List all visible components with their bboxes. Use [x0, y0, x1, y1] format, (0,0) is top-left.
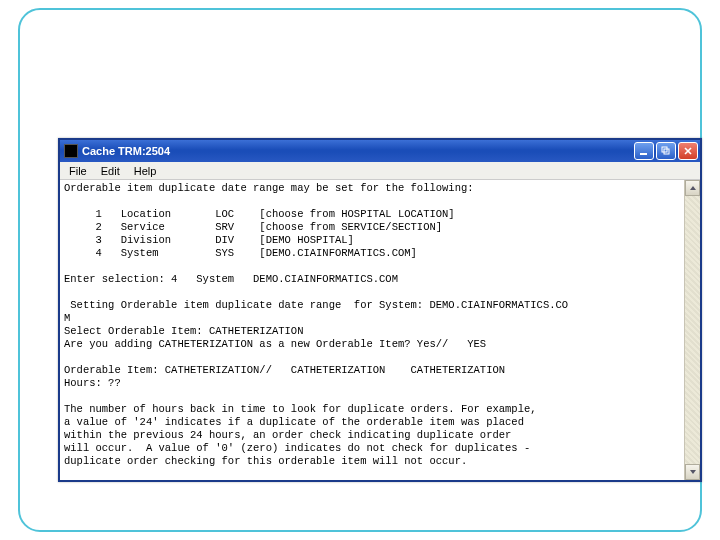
- menu-help[interactable]: Help: [127, 164, 164, 178]
- close-button[interactable]: [678, 142, 698, 160]
- scroll-up-button[interactable]: [685, 180, 700, 196]
- term-line: will occur. A value of '0' (zero) indica…: [64, 442, 530, 454]
- term-line: 4 System SYS [DEMO.CIAINFORMATICS.COM]: [64, 247, 417, 259]
- term-line: Enter selection: 4 System DEMO.CIAINFORM…: [64, 273, 398, 285]
- terminal-window: Cache TRM:2504 File Edit Help Orderable …: [58, 138, 702, 482]
- term-line: within the previous 24 hours, an order c…: [64, 429, 511, 441]
- menu-edit[interactable]: Edit: [94, 164, 127, 178]
- chevron-down-icon: [689, 468, 697, 476]
- window-buttons: [634, 142, 698, 160]
- titlebar: Cache TRM:2504: [60, 140, 700, 162]
- title-left: Cache TRM:2504: [64, 144, 170, 158]
- maximize-button[interactable]: [656, 142, 676, 160]
- chevron-up-icon: [689, 184, 697, 192]
- svg-marker-6: [690, 470, 696, 474]
- scroll-down-button[interactable]: [685, 464, 700, 480]
- term-line: a value of '24' indicates if a duplicate…: [64, 416, 524, 428]
- scroll-track[interactable]: [685, 196, 700, 464]
- term-line: Are you adding CATHETERIZATION as a new …: [64, 338, 486, 350]
- term-line: Orderable item duplicate date range may …: [64, 182, 474, 194]
- minimize-icon: [639, 146, 649, 156]
- menu-file[interactable]: File: [62, 164, 94, 178]
- term-line: Setting Orderable item duplicate date ra…: [64, 299, 568, 311]
- window-title: Cache TRM:2504: [82, 145, 170, 157]
- terminal-output[interactable]: Orderable item duplicate date range may …: [60, 180, 684, 480]
- term-line: 3 Division DIV [DEMO HOSPITAL]: [64, 234, 354, 246]
- term-line: 1 Location LOC [choose from HOSPITAL LOC…: [64, 208, 455, 220]
- close-icon: [683, 146, 693, 156]
- minimize-button[interactable]: [634, 142, 654, 160]
- maximize-icon: [661, 146, 671, 156]
- slide-frame: Cache TRM:2504 File Edit Help Orderable …: [18, 8, 702, 532]
- svg-marker-5: [690, 186, 696, 190]
- term-line: Orderable Item: CATHETERIZATION// CATHET…: [64, 364, 505, 376]
- term-line: Select Orderable Item: CATHETERIZATION: [64, 325, 303, 337]
- client-area: Orderable item duplicate date range may …: [60, 180, 700, 480]
- term-line: M: [64, 312, 70, 324]
- term-line: The number of hours back in time to look…: [64, 403, 537, 415]
- vertical-scrollbar[interactable]: [684, 180, 700, 480]
- menubar: File Edit Help: [60, 162, 700, 180]
- term-line: 2 Service SRV [choose from SERVICE/SECTI…: [64, 221, 442, 233]
- svg-rect-0: [640, 153, 647, 155]
- app-icon: [64, 144, 78, 158]
- term-line: duplicate order checking for this ordera…: [64, 455, 467, 467]
- term-line: Hours: ??: [64, 377, 121, 389]
